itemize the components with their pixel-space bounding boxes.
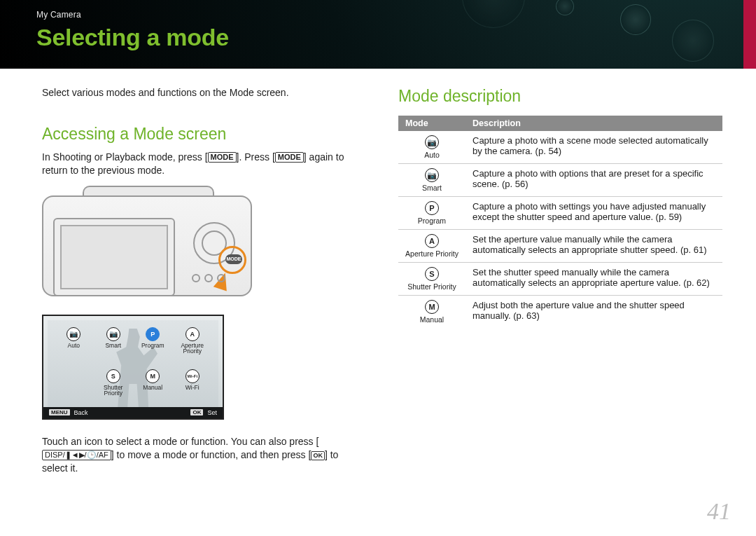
mode-desc: Adjust both the aperture value and the s…: [465, 296, 722, 329]
right-column: Mode description Mode Description Auto C…: [398, 87, 722, 474]
table-row: AAperture Priority Set the aperture valu…: [398, 230, 722, 263]
mode-desc: Capture a photo with a scene mode select…: [465, 131, 722, 164]
mode-item-auto: 📷Auto: [55, 327, 93, 355]
touch-paragraph: Touch an icon to select a mode or functi…: [42, 435, 366, 475]
camera-icon: 📷: [66, 327, 80, 341]
ok-tag: OK: [190, 409, 203, 415]
mode-name: Auto: [405, 151, 458, 159]
camera-icon: [425, 168, 439, 182]
mode-icon-s: S: [106, 369, 120, 383]
mode-item-shutter: SShutter Priority: [94, 369, 133, 397]
mode-screen-inner: 📷Auto 📷Smart PProgram AAperture Priority…: [48, 320, 218, 414]
nav-keys-label: DISP/❚◄▶/🕒/AF: [42, 450, 111, 460]
section-heading-accessing: Accessing a Mode screen: [42, 125, 366, 144]
mode-label: Program: [141, 343, 164, 349]
mode-desc: Capture a photo with settings you have a…: [465, 197, 722, 230]
mode-desc: Set the shutter speed manually while the…: [465, 263, 722, 296]
left-column: Select various modes and functions on th…: [42, 87, 366, 474]
table-row: Smart Capture a photo with options that …: [398, 164, 722, 197]
back-label: Back: [74, 409, 88, 416]
section-heading-mode-description: Mode description: [398, 87, 722, 106]
mode-item-smart: 📷Smart: [94, 327, 133, 355]
camera-icon: [425, 135, 439, 149]
th-description: Description: [465, 116, 722, 131]
mode-screen-illustration: 📷Auto 📷Smart PProgram AAperture Priority…: [42, 315, 224, 420]
mode-desc: Set the aperture value manually while th…: [465, 230, 722, 263]
camera-screen: [53, 218, 175, 296]
set-label: Set: [207, 409, 217, 416]
mode-item-manual: MManual: [134, 369, 172, 397]
mode-button-label: MODE: [275, 152, 304, 163]
mode-icon-a: A: [186, 327, 200, 341]
mode-item-wifi: Wi-FiWi-Fi: [174, 369, 212, 397]
ok-button-label: OK: [311, 451, 325, 460]
wifi-icon: Wi-Fi: [186, 369, 200, 383]
table-row: Auto Capture a photo with a scene mode s…: [398, 131, 722, 164]
mode-desc: Capture a photo with options that are pr…: [465, 164, 722, 197]
mode-name: Smart: [405, 184, 458, 192]
mode-description-table: Mode Description Auto Capture a photo wi…: [398, 116, 722, 328]
camera-buttons: [192, 268, 235, 288]
mode-item-aperture: AAperture Priority: [174, 327, 212, 355]
mode-label: Wi-Fi: [186, 385, 200, 391]
mode-label: Aperture Priority: [174, 343, 212, 355]
table-row: PProgram Capture a photo with settings y…: [398, 197, 722, 230]
th-mode: Mode: [398, 116, 465, 131]
table-row: SShutter Priority Set the shutter speed …: [398, 263, 722, 296]
accessing-paragraph: In Shooting or Playback mode, press [MOD…: [42, 151, 366, 177]
mode-name: Aperture Priority: [405, 249, 458, 258]
page-header: My Camera Selecting a mode: [0, 0, 756, 69]
mode-label: Shutter Priority: [94, 385, 133, 397]
mode-name: Shutter Priority: [405, 282, 458, 291]
mode-label: Manual: [143, 385, 162, 391]
mode-label: Auto: [68, 343, 80, 349]
text: ] to move a mode or function, and then p…: [111, 449, 312, 460]
text: ]. Press [: [237, 151, 275, 163]
mode-grid-row1: 📷Auto 📷Smart PProgram AAperture Priority: [55, 327, 211, 355]
camera-icon: 📷: [106, 327, 120, 341]
mode-icon-m: M: [425, 300, 439, 314]
page-number: 41: [707, 498, 731, 525]
lead-text: Select various modes and functions on th…: [42, 87, 366, 98]
mode-icon-s: S: [425, 267, 439, 281]
mode-label: Smart: [105, 343, 121, 349]
mode-icon-p: P: [425, 201, 439, 215]
mode-button-label: MODE: [208, 152, 237, 163]
decor-circle: [672, 20, 714, 62]
mode-item-program: PProgram: [134, 327, 172, 355]
menu-tag: MENU: [49, 409, 70, 415]
mode-grid-row2: SShutter Priority MManual Wi-FiWi-Fi: [55, 369, 211, 397]
camera-body: MODE: [42, 195, 252, 296]
text: Touch an icon to select a mode or functi…: [42, 436, 318, 447]
mode-screen-footer: MENU Back OK Set: [43, 407, 223, 418]
table-row: MManual Adjust both the aperture value a…: [398, 296, 722, 329]
decor-circle: [620, 4, 651, 35]
mode-icon-p: P: [146, 327, 160, 341]
mode-button-icon: MODE: [225, 254, 242, 264]
mode-icon-m: M: [146, 369, 160, 383]
text: In Shooting or Playback mode, press [: [42, 151, 208, 163]
page-body: Select various modes and functions on th…: [0, 69, 756, 474]
mode-name: Manual: [405, 315, 458, 324]
camera-illustration: MODE: [42, 186, 252, 296]
mode-icon-a: A: [425, 234, 439, 248]
mode-name: Program: [405, 217, 458, 225]
